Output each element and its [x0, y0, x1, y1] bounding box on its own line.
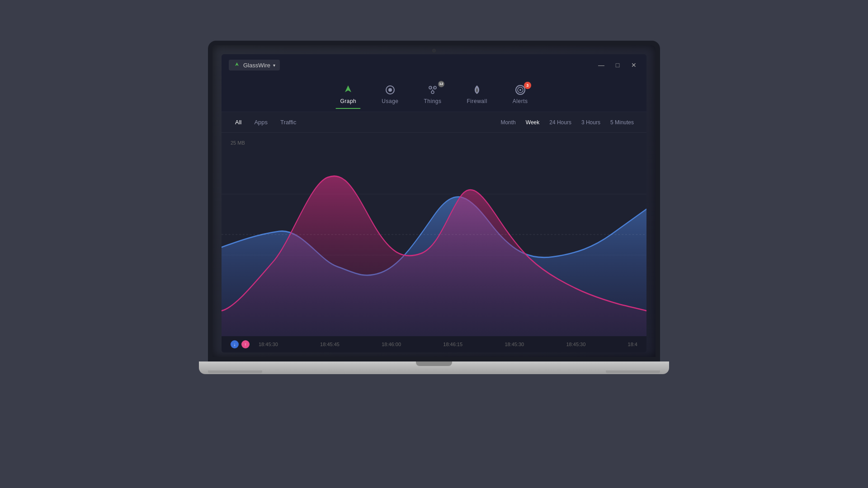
usage-icon: [383, 84, 397, 96]
tab-alerts-label: Alerts: [513, 98, 528, 104]
upload-arrow: ↑: [245, 342, 247, 347]
time-3hours[interactable]: 3 Hours: [578, 117, 604, 127]
time-month[interactable]: Month: [497, 117, 519, 127]
filter-left: All Apps Traffic: [231, 117, 301, 127]
tab-things-label: Things: [424, 98, 441, 104]
glasswire-logo-icon: [233, 61, 241, 69]
graph-icon: [341, 84, 355, 96]
chart-area: 25 MB: [222, 133, 646, 336]
alerts-badge: 3: [524, 82, 531, 89]
tab-graph-label: Graph: [340, 98, 356, 104]
close-button[interactable]: ✕: [628, 60, 639, 70]
alerts-icon: 3: [513, 84, 528, 96]
time-2: 18:46:00: [382, 342, 401, 347]
app-title: GlassWire: [243, 62, 270, 69]
time-5minutes[interactable]: 5 Minutes: [607, 117, 637, 127]
tab-firewall-label: Firewall: [467, 98, 487, 104]
timeline-bar: ↓ ↑ 18:45:30 18:45:45 18:46:00 18:46:15 …: [222, 336, 646, 352]
laptop-screen-bezel: GlassWire ▾ — □ ✕: [208, 41, 660, 361]
svg-marker-0: [345, 85, 351, 92]
filter-right: Month Week 24 Hours 3 Hours 5 Minutes: [497, 117, 637, 127]
time-24hours[interactable]: 24 Hours: [546, 117, 575, 127]
tab-firewall[interactable]: Firewall: [454, 80, 500, 108]
time-1: 18:45:45: [320, 342, 340, 347]
upload-indicator: ↑: [241, 340, 250, 348]
things-badge: 12: [438, 81, 444, 87]
app-logo-button[interactable]: GlassWire ▾: [229, 60, 280, 70]
svg-point-2: [388, 88, 392, 92]
tab-graph[interactable]: Graph: [327, 80, 369, 108]
firewall-icon: [470, 84, 484, 96]
filter-all[interactable]: All: [231, 117, 246, 127]
dropdown-arrow: ▾: [273, 63, 275, 68]
filter-apps[interactable]: Apps: [250, 117, 272, 127]
download-arrow: ↓: [234, 342, 236, 347]
maximize-button[interactable]: □: [612, 60, 623, 70]
timeline-times: 18:45:30 18:45:45 18:46:00 18:46:15 18:4…: [259, 342, 637, 347]
nav-tabs: Graph Usage: [222, 76, 646, 112]
time-5: 18:45:30: [566, 342, 585, 347]
tab-alerts[interactable]: 3 Alerts: [500, 80, 541, 108]
tab-things[interactable]: 12 Things: [411, 80, 454, 108]
laptop-outer: GlassWire ▾ — □ ✕: [190, 41, 678, 447]
laptop-base: [199, 361, 669, 374]
time-0: 18:45:30: [259, 342, 278, 347]
download-indicator: ↓: [231, 340, 239, 348]
laptop-foot-left: [208, 371, 262, 373]
title-bar: GlassWire ▾ — □ ✕: [222, 54, 646, 76]
time-week[interactable]: Week: [522, 117, 543, 127]
filter-traffic[interactable]: Traffic: [276, 117, 301, 127]
filter-bar: All Apps Traffic Month Week 24 Hours 3 H…: [222, 112, 646, 133]
laptop-hinge: [416, 361, 452, 366]
timeline-icons: ↓ ↑: [231, 340, 250, 348]
svg-point-11: [519, 89, 521, 91]
minimize-button[interactable]: —: [596, 60, 607, 70]
svg-point-5: [431, 91, 434, 94]
tab-usage-label: Usage: [382, 98, 398, 104]
window-controls: — □ ✕: [596, 60, 639, 70]
traffic-chart-svg: [222, 133, 646, 336]
time-4: 18:45:30: [505, 342, 524, 347]
time-6: 18:4: [628, 342, 637, 347]
time-3: 18:46:15: [443, 342, 462, 347]
laptop-foot-right: [606, 371, 660, 373]
app-window: GlassWire ▾ — □ ✕: [222, 54, 646, 352]
camera-dot: [432, 49, 436, 52]
tab-usage[interactable]: Usage: [369, 80, 411, 108]
things-icon: 12: [425, 84, 440, 96]
